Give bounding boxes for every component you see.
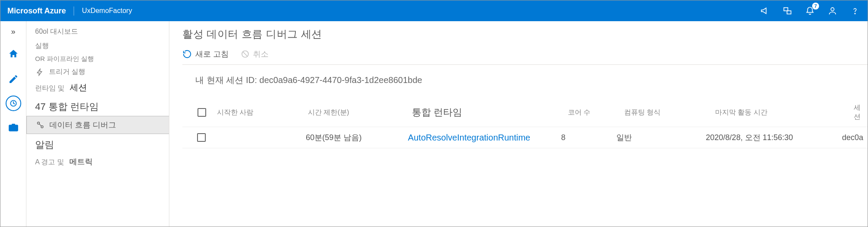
main-content: 활성 데이터 흐름 디버그 세션 새로 고침 취소 내 현재 세션 ID: de…: [169, 21, 868, 227]
dataflow-icon: [36, 121, 45, 129]
sessions-table: 시작한 사람 시간 제한(분) 통합 런타임 코어 수 컴퓨팅 형식 마지막 활…: [182, 98, 868, 148]
notification-badge: 7: [812, 3, 819, 10]
page-title: 활성 데이터 흐름 디버그 세션: [182, 27, 868, 41]
svg-rect-1: [787, 11, 791, 14]
runtime-label: 런타임 및: [35, 84, 65, 93]
svg-point-2: [831, 8, 834, 11]
svg-rect-0: [784, 8, 788, 11]
trigger-icon: [35, 68, 45, 76]
cell-time-limit: 60분(59분 남음): [306, 132, 408, 143]
session-id-line: 내 현재 세션 ID: dec0a9a6-4927-4470-9fa3-1d2e…: [195, 74, 868, 86]
cancel-label: 취소: [253, 49, 269, 59]
sidebar-label: 트리거 실행: [49, 67, 85, 77]
session-id: dec0a9a6-4927-4470-9fa3-1d2ee8601bde: [259, 75, 422, 85]
topbar-actions: 7: [759, 5, 861, 16]
workspace-name[interactable]: UxDemoFactory: [74, 7, 132, 15]
sidebar-item-runtime[interactable]: 런타임 및 세션: [26, 79, 169, 96]
toolbar: 새로 고침 취소: [182, 49, 868, 65]
select-all-checkbox[interactable]: [198, 108, 206, 117]
session-prefix: 내 현재 세션 ID:: [195, 75, 259, 85]
cell-session: dec0a: [842, 133, 863, 142]
refresh-button[interactable]: 새로 고침: [182, 49, 229, 59]
warnings-label: A 경고 및: [35, 158, 64, 167]
refresh-icon: [182, 49, 192, 59]
sidebar-item-alerts[interactable]: 알림: [26, 134, 169, 154]
cell-cores: 8: [561, 133, 617, 142]
sidebar-item-run[interactable]: 실행: [26, 39, 169, 53]
manage-icon[interactable]: [5, 119, 22, 136]
home-icon[interactable]: [5, 45, 22, 63]
brand: Microsoft Azure: [7, 6, 74, 16]
col-integration-runtime[interactable]: 통합 런타임: [412, 106, 568, 119]
sidebar-item-pipeline-run[interactable]: OR 파이프라인 실행: [26, 53, 169, 65]
col-started-by[interactable]: 시작한 사람: [217, 108, 308, 117]
sidebar-item-dashboard[interactable]: 60ol 대시보드: [26, 25, 169, 39]
sidebar-item-trigger-run[interactable]: 트리거 실행: [26, 65, 169, 79]
nav-rail: »: [0, 21, 26, 227]
col-time-limit[interactable]: 시간 제한(분): [308, 108, 412, 117]
account-icon[interactable]: [827, 5, 838, 16]
announce-icon[interactable]: [759, 5, 771, 16]
cell-integration-runtime[interactable]: AutoResolveIntegrationRuntime: [408, 133, 561, 143]
col-cores[interactable]: 코어 수: [568, 108, 624, 117]
header-checkbox-cell: [187, 108, 217, 117]
sidebar-item-warnings-metrics[interactable]: A 경고 및 메트릭: [26, 154, 169, 169]
col-last-activity[interactable]: 마지막 활동 시간: [715, 108, 854, 117]
top-bar: Microsoft Azure UxDemoFactory 7: [0, 0, 868, 21]
metrics-label: 메트릭: [69, 157, 93, 167]
help-icon[interactable]: [849, 5, 861, 16]
col-compute-type[interactable]: 컴퓨팅 형식: [624, 108, 715, 117]
sidebar-item-integration-runtime[interactable]: 47 통합 런타임: [26, 96, 169, 116]
collapse-icon[interactable]: »: [5, 26, 22, 38]
feedback-icon[interactable]: [782, 5, 793, 16]
author-icon[interactable]: [5, 70, 22, 88]
sidebar-label: 데이터 흐름 디버그: [49, 120, 116, 130]
svg-point-3: [855, 13, 855, 14]
sidebar: 60ol 대시보드 실행 OR 파이프라인 실행 트리거 실행 런타임 및 세션…: [26, 21, 169, 227]
cell-last-activity: 2020/8/28, 오전 11:56:30: [706, 132, 842, 143]
table-row[interactable]: 60분(59분 남음) AutoResolveIntegrationRuntim…: [182, 127, 868, 148]
sidebar-item-dataflow-debug[interactable]: 데이터 흐름 디버그: [26, 116, 169, 134]
row-checkbox[interactable]: [197, 133, 206, 142]
session-label: 세션: [70, 82, 87, 93]
cancel-button: 취소: [241, 49, 269, 59]
col-session[interactable]: 세션: [854, 103, 863, 121]
cell-compute-type: 일반: [616, 132, 706, 143]
row-checkbox-cell: [187, 133, 217, 142]
monitor-icon[interactable]: [6, 96, 21, 111]
refresh-label: 새로 고침: [195, 49, 229, 59]
table-header: 시작한 사람 시간 제한(분) 통합 런타임 코어 수 컴퓨팅 형식 마지막 활…: [182, 98, 868, 127]
notifications-icon[interactable]: 7: [804, 5, 816, 16]
cancel-icon: [241, 50, 249, 58]
